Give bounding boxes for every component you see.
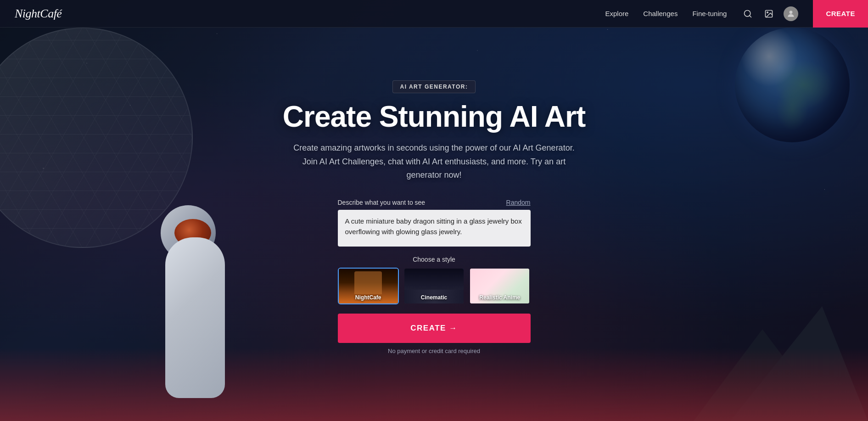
style-option-nightcafe[interactable]: NightCafe bbox=[338, 268, 399, 304]
hero-section: AI ART GENERATOR: Create Stunning AI Art… bbox=[0, 0, 868, 421]
svg-point-3 bbox=[767, 11, 768, 12]
svg-line-1 bbox=[750, 15, 751, 17]
prompt-textarea[interactable]: A cute miniature baby dragon sitting in … bbox=[338, 210, 531, 247]
nav-logo[interactable]: NightCafé bbox=[15, 7, 62, 21]
hero-content: AI ART GENERATOR: Create Stunning AI Art… bbox=[0, 80, 868, 354]
nightcafe-label: NightCafe bbox=[339, 294, 398, 301]
hero-title: Create Stunning AI Art bbox=[283, 101, 586, 132]
flower-layer bbox=[0, 366, 868, 421]
describe-label: Describe what you want to see bbox=[338, 199, 426, 206]
navbar: NightCafé Explore Challenges Fine-tuning bbox=[0, 0, 868, 28]
nav-create-button[interactable]: CREATE bbox=[813, 0, 868, 28]
gallery-icon[interactable] bbox=[762, 7, 775, 20]
user-avatar[interactable] bbox=[784, 6, 798, 21]
style-label: Choose a style bbox=[338, 256, 531, 263]
cinematic-label: Cinematic bbox=[404, 294, 464, 301]
style-options: NightCafe Cinematic Realistic Anime bbox=[338, 268, 531, 304]
nav-link-fine-tuning[interactable]: Fine-tuning bbox=[692, 10, 727, 17]
no-payment-text: No payment or credit card required bbox=[338, 348, 531, 354]
hero-badge: AI ART GENERATOR: bbox=[392, 80, 476, 93]
style-option-anime[interactable]: Realistic Anime bbox=[469, 268, 530, 304]
search-icon[interactable] bbox=[741, 7, 754, 20]
anime-label: Realistic Anime bbox=[470, 294, 529, 301]
style-option-cinematic[interactable]: Cinematic bbox=[403, 268, 465, 304]
nav-right: Explore Challenges Fine-tuning CREATE bbox=[605, 0, 853, 28]
svg-point-4 bbox=[790, 11, 793, 14]
nav-link-explore[interactable]: Explore bbox=[605, 10, 628, 17]
hero-subtitle: Create amazing artworks in seconds using… bbox=[292, 141, 577, 182]
random-button[interactable]: Random bbox=[506, 199, 531, 206]
nav-icons bbox=[741, 6, 798, 21]
form-label-row: Describe what you want to see Random bbox=[338, 199, 531, 206]
create-form: Describe what you want to see Random A c… bbox=[338, 199, 531, 354]
create-button[interactable]: CREATE → bbox=[338, 314, 531, 343]
nav-link-challenges[interactable]: Challenges bbox=[643, 10, 678, 17]
